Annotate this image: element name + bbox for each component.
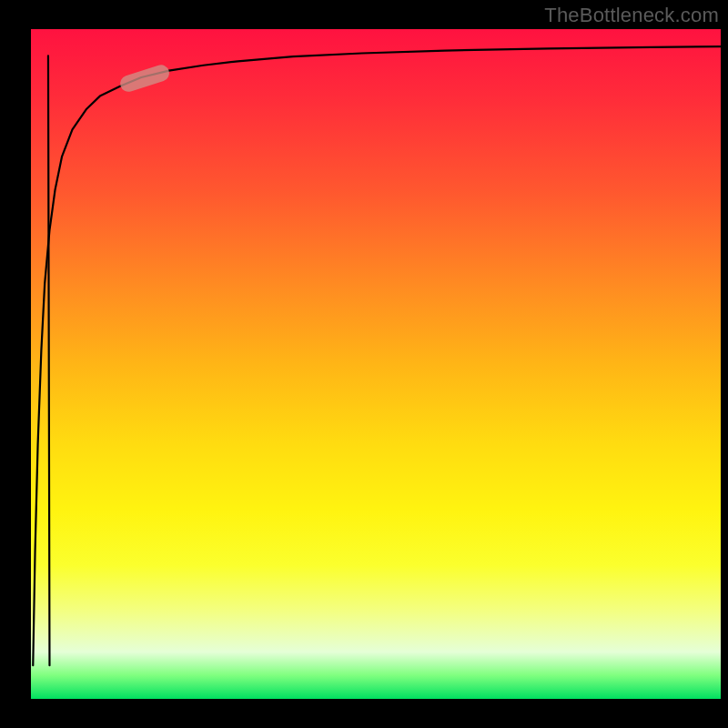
frame-right — [721, 0, 728, 728]
bottleneck-curve-line — [33, 46, 721, 665]
frame-left — [0, 0, 31, 728]
vertical-drop-line — [48, 56, 50, 665]
highlight-pill — [118, 63, 172, 94]
chart-stage: TheBottleneck.com — [0, 0, 728, 728]
curves-layer — [31, 29, 721, 699]
watermark-text: TheBottleneck.com — [544, 4, 719, 27]
frame-bottom — [0, 699, 728, 728]
